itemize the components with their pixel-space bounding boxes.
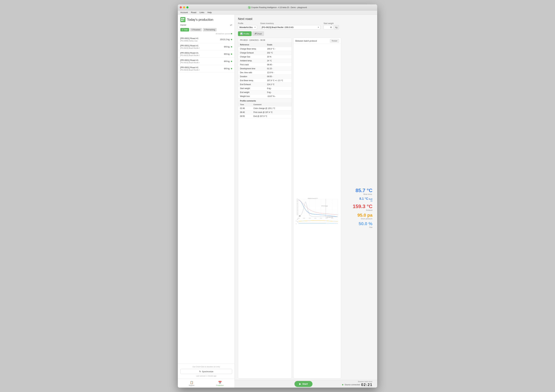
row-value: 12.6 % - xyxy=(265,71,292,75)
chart-tab-label: Chart xyxy=(257,33,262,35)
roast-list-item[interactable]: [PR-0001] Roast #1 [PG-0623] Brazil Reci… xyxy=(178,50,235,58)
chart-header: Between batch protocol Restart xyxy=(293,38,341,44)
roast-list-item[interactable]: [PR-0001] Roast #1 [PG-0623] Brazil Reci… xyxy=(178,58,235,65)
roast-sub: [PG-0623] Brazil Recife I xyxy=(180,54,224,56)
drum-reading: 95.0 pa Drum pressure xyxy=(344,213,372,220)
last-sync-label: Last synced: 1 minute ago xyxy=(180,375,232,377)
tab-chart[interactable]: 𝒳 Chart xyxy=(252,31,264,36)
roast-sub: [PG-0623] Brazil Recife I xyxy=(180,47,224,49)
roast-list-item[interactable]: [PR-0001] Roast #1 [PG-0489] Herley Lisa… xyxy=(178,36,235,43)
readings-panel: 85.7 °C Bean temp. 8.1 °C RoR xyxy=(342,38,374,378)
table-row: Development time 01:15 - xyxy=(238,67,292,71)
data-table: Reference Goals Charge Bean temp. 190.8 … xyxy=(238,43,292,98)
profile-select[interactable]: Wonderful Bra xyxy=(238,25,257,29)
ror-value: 8.1 °C xyxy=(359,197,368,200)
svg-text:150: 150 xyxy=(297,209,298,210)
roast-name: [PR-0001] Roast #1 xyxy=(180,44,224,47)
synchronize-button[interactable]: ↻ Synchronize xyxy=(180,369,232,374)
table-row: First crack 08:40 - xyxy=(238,63,292,67)
nav-production[interactable]: 📅 Production xyxy=(213,380,227,387)
comment-row: 09:55 End @ 207.9 °C xyxy=(238,114,292,118)
row-value: 09:55 - xyxy=(265,75,292,78)
roast-weight: 6/6 kg xyxy=(224,53,230,55)
profile-table-scroll[interactable]: Reference Goals Charge Bean temp. 190.8 … xyxy=(238,43,292,378)
row-label: Dev. time ratio xyxy=(238,71,265,75)
comment-row: 08:40 First crack @ 197.4 °C xyxy=(238,110,292,114)
start-weight-input[interactable] xyxy=(323,25,333,29)
ror-reading: 8.1 °C RoR 60 xyxy=(344,197,372,202)
roast-status-dot xyxy=(231,68,232,69)
start-button[interactable]: ▶ Start xyxy=(294,381,313,387)
exhaust-label: Exhaust xyxy=(344,209,372,211)
tab-profile[interactable]: 📊 Profile xyxy=(238,31,252,36)
comments-header: Profile comments xyxy=(238,99,292,103)
fullscreen-button[interactable] xyxy=(186,6,189,8)
row-value: 190.8 °C - xyxy=(265,47,292,51)
roast-list: [PR-0001] Roast #1 [PG-0489] Herley Lisa… xyxy=(178,35,235,364)
svg-rect-8 xyxy=(299,199,338,218)
nav-support[interactable]: 📋 Support xyxy=(186,380,197,387)
svg-text:01:00: 01:00 xyxy=(309,218,311,219)
comment-text: End @ 207.9 °C xyxy=(252,114,292,118)
menu-account[interactable]: Account xyxy=(179,11,189,14)
comment-time: 09:55 xyxy=(238,114,252,118)
menu-roast[interactable]: Roast xyxy=(190,11,197,14)
cmd-hint: Use Cmd+Click to deselect an entry xyxy=(180,366,232,368)
roast-info: [PR-0001] Roast #1 [PG-0623] Brazil Reci… xyxy=(180,52,224,56)
bean-temp-label: Bean temp. xyxy=(344,193,372,195)
roast-status-dot xyxy=(231,46,232,47)
svg-text:200: 200 xyxy=(297,201,298,202)
comment-time: 08:40 xyxy=(238,110,252,114)
total-badge: 5 Total xyxy=(180,28,189,31)
svg-text:Pa: Pa xyxy=(296,221,297,221)
comments-section: Profile commentsTimeComment 02:46 Color … xyxy=(238,98,292,118)
play-icon: ▶ xyxy=(299,383,301,385)
row-label: End weight xyxy=(238,90,265,94)
sidebar-footer: Use Cmd+Click to deselect an entry ↻ Syn… xyxy=(178,364,235,379)
nav-support-label: Support xyxy=(189,385,194,386)
green-inventory-select[interactable]: [PG-0623] Brazil Recife I 200.0 KG xyxy=(260,25,320,29)
time-col: Time xyxy=(238,103,252,107)
green-inventory-control: Green inventory [PG-0623] Brazil Recife … xyxy=(260,22,320,29)
restart-button[interactable]: Restart xyxy=(330,39,339,43)
main-content: Today's production Daniel ⇄ 5 Total 5 Ro… xyxy=(178,14,377,388)
source-status: Source connected xyxy=(342,384,360,386)
close-button[interactable] xyxy=(180,6,182,8)
source-connected-dot xyxy=(342,384,343,385)
svg-text:120: 120 xyxy=(297,213,298,214)
profile-tab-label: Profile xyxy=(243,33,249,35)
comment-col: Comment xyxy=(252,103,292,107)
menu-links[interactable]: Links xyxy=(198,11,205,14)
start-weight-row: kg xyxy=(323,25,339,29)
table-row: Charge Gas 20 % xyxy=(238,55,292,59)
sidebar: Today's production Daniel ⇄ 5 Total 5 Ro… xyxy=(178,14,235,388)
row-label: Ambient temp. xyxy=(238,59,265,63)
profile-select-wrapper: Wonderful Bra ▼ xyxy=(238,25,257,29)
svg-text:220: 220 xyxy=(297,199,298,200)
svg-text:%: % xyxy=(296,223,297,224)
titlebar: Cropster Roasting Intelligence - 4.10-be… xyxy=(178,4,377,10)
roast-status-dot xyxy=(231,53,232,55)
menu-help[interactable]: Help xyxy=(206,11,213,14)
svg-text:[00:00] End of roast @ 207.5 °: [00:00] End of roast @ 207.5 °C xyxy=(308,198,318,199)
row-label: Charge Bean temp. xyxy=(238,47,265,51)
minimize-button[interactable] xyxy=(183,6,185,8)
row-value: 5 kg - xyxy=(265,90,292,94)
chart-tab-icon: 𝒳 xyxy=(254,32,256,35)
table-row: Charge Bean temp. 190.8 °C - xyxy=(238,47,292,51)
sidebar-header: Today's production xyxy=(178,14,235,23)
roast-list-item[interactable]: [PR-0001] Roast #1 [PG-0623] Brazil Reci… xyxy=(178,65,235,72)
batch-summary: 5 Total 5 Roasted 0 Remaining xyxy=(178,28,235,33)
col-reference: Reference xyxy=(238,43,265,47)
svg-rect-3 xyxy=(249,7,250,8)
comments-table: Profile commentsTimeComment 02:46 Color … xyxy=(238,99,292,118)
svg-text:[03:07] Start of roast: [03:07] Start of roast xyxy=(327,217,333,218)
profile-label: Profile xyxy=(238,22,257,24)
svg-rect-4 xyxy=(181,18,183,19)
roast-list-item[interactable]: [PR-0001] Roast #1 [PG-0623] Brazil Reci… xyxy=(178,43,235,50)
traffic-lights xyxy=(180,6,189,8)
gas-reading: 50.0 % Gas xyxy=(344,221,372,228)
transfer-icon[interactable]: ⇄ xyxy=(230,23,232,26)
comment-time: 02:46 xyxy=(238,107,252,110)
profile-date: PR-0819 - 13/04/2021 - 08:36 xyxy=(238,38,292,43)
